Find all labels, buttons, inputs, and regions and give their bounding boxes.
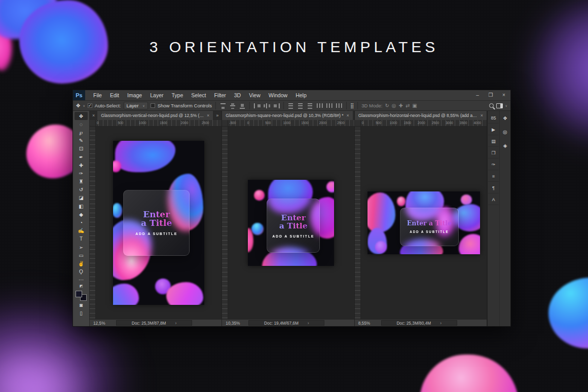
menu-filter[interactable]: Filter: [210, 90, 230, 100]
actions-panel-icon[interactable]: ▶: [488, 125, 499, 135]
search-icon[interactable]: [489, 103, 494, 108]
menu-type[interactable]: Type: [167, 90, 187, 100]
edit-toolbar-icon[interactable]: ···: [75, 276, 88, 284]
blur-tool[interactable]: ◆: [75, 210, 88, 218]
zoom-level[interactable]: 10,35%: [222, 321, 248, 326]
healing-brush-tool[interactable]: ✚: [75, 161, 88, 169]
auto-select-checkbox[interactable]: ✓: [88, 103, 92, 108]
pasteboard[interactable]: Enter a Title ADD A SUBTITLE: [222, 127, 354, 319]
info-panel-icon[interactable]: 85: [488, 113, 499, 124]
brushes-panel-icon[interactable]: ✑: [488, 160, 499, 170]
hand-tool[interactable]: ✌: [75, 259, 88, 267]
quick-selection-tool[interactable]: ✎: [75, 137, 88, 145]
distribute-vertical-centers-icon[interactable]: [297, 103, 304, 109]
distribute-top-edges-icon[interactable]: [287, 103, 295, 109]
minimize-button[interactable]: –: [471, 90, 484, 100]
gradient-tool[interactable]: ◧: [75, 202, 88, 210]
align-right-edges-icon[interactable]: [273, 103, 280, 109]
paths-panel-icon[interactable]: ◈: [500, 140, 510, 151]
path-selection-tool[interactable]: ➢: [75, 243, 88, 251]
type-tool[interactable]: T: [75, 235, 88, 243]
history-brush-tool[interactable]: ↺: [75, 186, 88, 194]
3d-pan-icon[interactable]: ✚: [399, 103, 403, 108]
chevron-down-icon[interactable]: ∨: [83, 104, 85, 107]
canvas-horizontal[interactable]: Enter a Title ADD A SUBTITLE: [368, 191, 480, 254]
eraser-tool[interactable]: ◪: [75, 194, 88, 202]
show-transform-checkbox[interactable]: [151, 103, 155, 108]
distribute-horizontal-centers-icon[interactable]: [326, 103, 333, 109]
menu-edit[interactable]: Edit: [106, 90, 123, 100]
foreground-color-swatch[interactable]: [76, 291, 82, 297]
marquee-tool[interactable]: ◌: [75, 120, 88, 128]
channels-panel-icon[interactable]: ◎: [500, 127, 510, 137]
status-expand-icon[interactable]: ›: [440, 321, 442, 326]
zoom-level[interactable]: 8,55%: [355, 321, 381, 326]
clone-stamp-tool[interactable]: ♜: [75, 178, 88, 186]
hidden-tab-close-icon[interactable]: ×: [90, 113, 97, 118]
move-tool[interactable]: ✥: [75, 112, 88, 120]
document-tab[interactable]: Glassmorphism-vertical-neon-liquid.psd @…: [97, 111, 213, 120]
paragraph-panel-icon[interactable]: ¶: [488, 183, 499, 193]
menu-file[interactable]: File: [89, 90, 106, 100]
pasteboard[interactable]: Enter a Title ADD A SUBTITLE: [355, 127, 487, 319]
document-tab[interactable]: Glassmorphism-horizontal-neon-liquid.psd…: [355, 111, 487, 120]
canvas-vertical[interactable]: Enter a Title ADD A SUBTITLE: [113, 141, 204, 305]
3d-zoom-icon[interactable]: ▣: [412, 103, 417, 108]
doc-size-field[interactable]: Doc: 25,3M/87,8M ›: [116, 320, 192, 326]
3d-orbit-icon[interactable]: ↻: [385, 103, 389, 108]
default-swatches-icon[interactable]: ◩: [80, 284, 83, 289]
align-top-edges-icon[interactable]: [219, 103, 227, 109]
layers-panel-icon[interactable]: ❖: [500, 113, 510, 124]
distribute-spacing-icon[interactable]: ⣿: [350, 103, 354, 108]
align-bottom-edges-icon[interactable]: [239, 103, 246, 109]
screen-mode-icon[interactable]: ▯: [75, 309, 88, 317]
document-tab[interactable]: Glassmorphism-square-neon-liquid.psd @ 1…: [222, 111, 353, 120]
menu-3d[interactable]: 3D: [230, 90, 245, 100]
pen-tool[interactable]: ✍: [75, 227, 88, 235]
pasteboard[interactable]: Enter a Title ADD A SUBTITLE: [90, 127, 222, 319]
align-vertical-centers-icon[interactable]: [229, 103, 236, 109]
menu-image[interactable]: Image: [123, 90, 146, 100]
canvas-square[interactable]: Enter a Title ADD A SUBTITLE: [248, 180, 334, 266]
glass-panel: Enter a Title ADD A SUBTITLE: [400, 208, 458, 246]
align-left-edges-icon[interactable]: [253, 103, 261, 109]
auto-select-dropdown[interactable]: Layer ∨: [124, 102, 148, 109]
restore-button[interactable]: ❐: [484, 90, 497, 100]
properties-panel-icon[interactable]: ≡: [488, 171, 499, 182]
menu-help[interactable]: Help: [291, 90, 311, 100]
menu-window[interactable]: Window: [265, 90, 291, 100]
doc-size-field[interactable]: Doc: 19,4M/67,6M ›: [248, 320, 324, 326]
distribute-right-edges-icon[interactable]: [336, 103, 343, 109]
libraries-panel-icon[interactable]: ❐: [488, 148, 499, 159]
status-expand-icon[interactable]: ›: [308, 321, 309, 326]
zoom-tool[interactable]: Ϙ: [75, 268, 88, 276]
shape-tool[interactable]: ▭: [75, 251, 88, 259]
character-panel-icon[interactable]: A: [488, 194, 499, 205]
adjustments-panel-icon[interactable]: ▤: [488, 136, 499, 147]
tab-close-icon[interactable]: ×: [207, 113, 209, 118]
zoom-level[interactable]: 12,5%: [90, 321, 116, 326]
align-horizontal-centers-icon[interactable]: [263, 103, 270, 109]
lasso-tool[interactable]: ℘: [75, 128, 88, 136]
crop-tool[interactable]: ⊡: [75, 145, 88, 153]
workspace-switcher-icon[interactable]: [496, 103, 503, 108]
quick-mask-icon[interactable]: ◙: [75, 301, 88, 309]
dodge-tool[interactable]: ◔: [75, 218, 88, 226]
brush-tool[interactable]: ✑: [75, 169, 88, 177]
menu-view[interactable]: View: [245, 90, 265, 100]
close-button[interactable]: ×: [497, 90, 510, 100]
distribute-bottom-edges-icon[interactable]: [307, 103, 314, 109]
menu-layer[interactable]: Layer: [146, 90, 167, 100]
liquid-blob: [254, 190, 264, 200]
eyedropper-tool[interactable]: ✒: [75, 153, 88, 161]
3d-slide-icon[interactable]: ⇄: [406, 103, 410, 108]
3d-roll-icon[interactable]: ◎: [392, 103, 396, 108]
distribute-left-edges-icon[interactable]: [316, 103, 323, 109]
status-expand-icon[interactable]: ›: [175, 321, 177, 326]
doc-size-field[interactable]: Doc: 25,3M/80,4M ›: [381, 320, 457, 326]
tab-close-icon[interactable]: ×: [481, 113, 483, 118]
tab-overflow-icon[interactable]: »: [213, 113, 222, 118]
menu-select[interactable]: Select: [187, 90, 210, 100]
tab-close-icon[interactable]: ×: [347, 113, 349, 118]
chevron-down-icon[interactable]: ∨: [505, 104, 507, 107]
